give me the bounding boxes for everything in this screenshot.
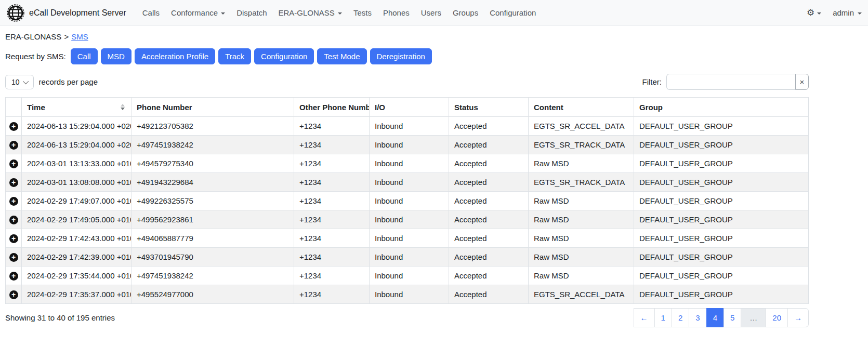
cell-group: DEFAULT_USER_GROUP: [634, 267, 809, 285]
nav-item[interactable]: Groups: [447, 4, 484, 21]
table-controls: 10 records per page Filter: ×: [5, 74, 809, 90]
cell-status: Accepted: [449, 285, 529, 304]
request-button[interactable]: Acceleration Profile: [135, 48, 215, 64]
main-content: ERA-GLONASS>SMS Request by SMS: Call MSD…: [5, 26, 809, 327]
expand-row-icon[interactable]: [9, 197, 18, 206]
cell-status: Accepted: [449, 173, 529, 192]
request-button[interactable]: Configuration: [254, 48, 314, 64]
brand[interactable]: eCall Development Server: [6, 4, 126, 22]
settings-menu[interactable]: ⚙: [807, 8, 821, 17]
col-phone-number[interactable]: Phone Number: [131, 98, 294, 117]
expand-cell: [6, 248, 22, 267]
page-button[interactable]: 5: [724, 308, 741, 327]
table-row: 2024-02-29 17:42:43.000 +0100 +494065887…: [6, 229, 809, 248]
cell-time: 2024-06-13 15:29:04.000 +0200: [22, 136, 131, 154]
cell-status: Accepted: [449, 136, 529, 154]
nav-item[interactable]: Dispatch: [231, 4, 272, 21]
nav-item-label: Dispatch: [236, 8, 267, 17]
page-button[interactable]: 4: [706, 308, 724, 327]
col-time[interactable]: Time: [22, 98, 131, 117]
cell-content: EGTS_SR_TRACK_DATA: [529, 173, 634, 192]
expand-row-icon[interactable]: [9, 234, 18, 243]
expand-row-icon[interactable]: [9, 122, 18, 131]
col-content[interactable]: Content: [529, 98, 634, 117]
nav-item[interactable]: Conformance: [165, 4, 231, 21]
filter-input[interactable]: [666, 74, 795, 90]
cell-other-phone-number: +1234: [294, 210, 370, 229]
expand-row-icon[interactable]: [9, 253, 18, 262]
page-button[interactable]: …: [741, 308, 766, 327]
page-button[interactable]: 1: [654, 308, 672, 327]
user-menu[interactable]: admin: [833, 8, 862, 17]
nav-item[interactable]: ERA-GLONASS: [273, 4, 348, 21]
request-button[interactable]: Track: [218, 48, 251, 64]
user-menu-label: admin: [833, 8, 854, 17]
breadcrumb-current-link[interactable]: SMS: [71, 32, 88, 41]
cell-content: Raw MSD: [529, 248, 634, 267]
table-row: 2024-02-29 17:35:44.000 +0100 +497451938…: [6, 267, 809, 285]
page-button[interactable]: ←: [634, 308, 655, 327]
nav-item[interactable]: Users: [415, 4, 447, 21]
col-other-phone-number[interactable]: Other Phone Number: [294, 98, 370, 117]
cell-content: Raw MSD: [529, 267, 634, 285]
expand-cell: [6, 229, 22, 248]
cell-phone-number: +494579275340: [131, 154, 294, 173]
cell-status: Accepted: [449, 192, 529, 210]
request-buttons: Call MSD Acceleration Profile Track Conf…: [71, 48, 432, 64]
table-row: 2024-02-29 17:49:05.000 +0100 +499562923…: [6, 210, 809, 229]
cell-status: Accepted: [449, 267, 529, 285]
sort-icon[interactable]: [121, 104, 125, 110]
expand-cell: [6, 154, 22, 173]
cell-group: DEFAULT_USER_GROUP: [634, 154, 809, 173]
expand-row-icon[interactable]: [9, 272, 18, 281]
col-group[interactable]: Group: [634, 98, 809, 117]
nav-item[interactable]: Calls: [137, 4, 165, 21]
request-button[interactable]: MSD: [101, 48, 131, 64]
expand-row-icon[interactable]: [9, 290, 18, 299]
expand-row-icon[interactable]: [9, 178, 18, 187]
nav-item[interactable]: Phones: [377, 4, 415, 21]
page-button[interactable]: 2: [672, 308, 689, 327]
cell-content: Raw MSD: [529, 154, 634, 173]
nav-item-label: Tests: [353, 8, 372, 17]
cell-io: Inbound: [370, 136, 449, 154]
request-button[interactable]: Call: [71, 48, 98, 64]
table-header: Time Phone Number Other Phone Number I/O…: [6, 98, 809, 117]
col-io[interactable]: I/O: [370, 98, 449, 117]
cell-group: DEFAULT_USER_GROUP: [634, 173, 809, 192]
cell-group: DEFAULT_USER_GROUP: [634, 192, 809, 210]
page-button[interactable]: 3: [689, 308, 706, 327]
page-size-select[interactable]: 10: [5, 75, 34, 89]
cell-group: DEFAULT_USER_GROUP: [634, 285, 809, 304]
col-time-label: Time: [27, 103, 45, 112]
col-status[interactable]: Status: [449, 98, 529, 117]
cell-io: Inbound: [370, 210, 449, 229]
breadcrumb-parent: ERA-GLONASS: [5, 32, 61, 41]
page-button[interactable]: →: [787, 308, 809, 327]
filter-label: Filter:: [642, 77, 662, 86]
sort-asc-icon: [121, 104, 125, 107]
filter-clear-button[interactable]: ×: [795, 74, 809, 90]
nav-item[interactable]: Configuration: [484, 4, 542, 21]
cell-other-phone-number: +1234: [294, 154, 370, 173]
filter-controls: Filter: ×: [642, 74, 809, 90]
main-nav: Calls Conformance Dispatch ERA-GLONASS T…: [137, 4, 542, 21]
cell-io: Inbound: [370, 229, 449, 248]
expand-row-icon[interactable]: [9, 141, 18, 150]
cell-other-phone-number: +1234: [294, 267, 370, 285]
cell-phone-number: +497451938242: [131, 267, 294, 285]
cell-phone-number: +499226325575: [131, 192, 294, 210]
expand-row-icon[interactable]: [9, 216, 18, 224]
cell-io: Inbound: [370, 154, 449, 173]
request-button[interactable]: Deregistration: [370, 48, 432, 64]
nav-item-label: Configuration: [490, 8, 536, 17]
cell-other-phone-number: +1234: [294, 117, 370, 136]
page-button[interactable]: 20: [766, 308, 788, 327]
sms-table: Time Phone Number Other Phone Number I/O…: [5, 97, 809, 304]
expand-cell: [6, 117, 22, 136]
nav-item-label: Groups: [453, 8, 478, 17]
nav-item[interactable]: Tests: [348, 4, 377, 21]
cell-status: Accepted: [449, 210, 529, 229]
expand-row-icon[interactable]: [9, 159, 18, 168]
request-button[interactable]: Test Mode: [317, 48, 366, 64]
